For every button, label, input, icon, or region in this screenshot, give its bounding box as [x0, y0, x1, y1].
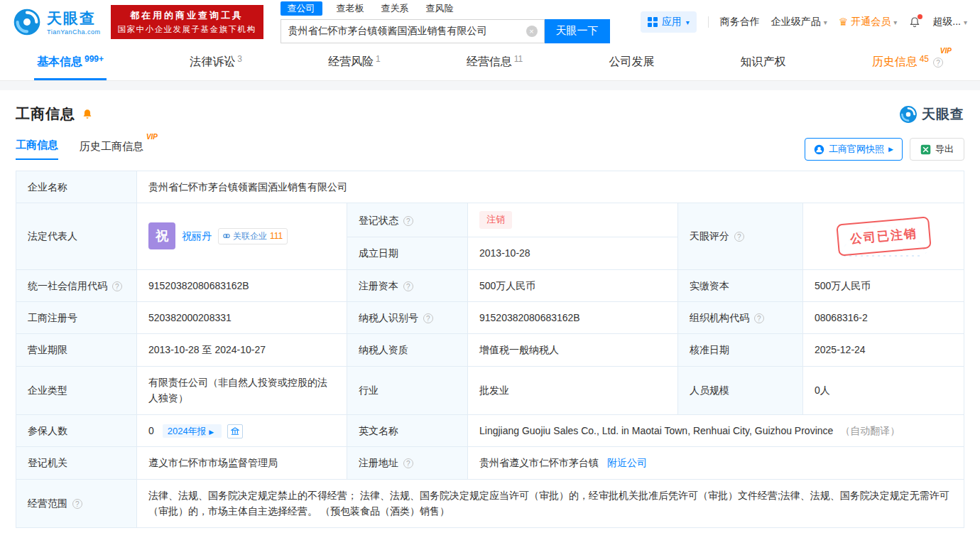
subtab-business-info[interactable]: 工商信息: [16, 139, 58, 160]
help-icon[interactable]: ?: [72, 499, 82, 509]
help-icon[interactable]: ?: [403, 458, 413, 468]
tianyancha-logo[interactable]: 天眼查 TianYanCha.com: [13, 8, 101, 36]
score-label: 天眼评分: [690, 230, 729, 242]
subscribe-bell-icon[interactable]: [81, 108, 94, 121]
help-icon[interactable]: ?: [754, 313, 764, 323]
tab-history-info[interactable]: VIP 历史信息 45 ?: [869, 44, 946, 80]
reg-capital-label: 注册资本: [359, 280, 398, 291]
company-type-value: 有限责任公司（非自然人投资或控股的法人独资）: [148, 377, 327, 404]
link-icon: [223, 232, 230, 239]
legal-rep-name-link[interactable]: 祝丽丹: [182, 228, 212, 244]
nav-enterprise-products-label: 企业级产品: [771, 16, 821, 28]
section-header: 工商信息 天眼查: [16, 104, 964, 124]
help-icon[interactable]: ?: [734, 232, 744, 242]
help-icon[interactable]: ?: [403, 216, 413, 226]
taxpayer-quality-value: 增值税一般纳税人: [479, 344, 559, 355]
clear-icon[interactable]: ×: [526, 26, 538, 37]
reg-number-value: 520382000208331: [148, 312, 232, 323]
notification-bell[interactable]: [908, 16, 921, 28]
taxpayer-id-value-cell: 91520382080683162B: [468, 301, 678, 333]
avatar[interactable]: 祝: [148, 222, 175, 249]
nav-business-coop[interactable]: 商务合作: [720, 16, 760, 28]
tab-legal-litigation-label: 法律诉讼: [190, 55, 235, 70]
established-label: 成立日期: [359, 247, 398, 259]
tab-operation-risk-label: 经营风险: [328, 55, 374, 70]
tab-history-info-count: 45: [920, 54, 929, 64]
search-tab-company[interactable]: 查公司: [281, 1, 322, 16]
arrow-right-icon: ▶: [209, 429, 214, 436]
arrow-right-icon: ▶: [888, 146, 893, 153]
tab-intellectual-property[interactable]: 知识产权: [738, 44, 789, 80]
company-page-tabs: 基本信息 999+ 法律诉讼 3 经营风险 1 经营信息 11 公司发展 知识产…: [0, 44, 980, 81]
business-term-label: 营业期限: [28, 344, 67, 355]
chevron-down-icon: ▾: [824, 18, 827, 26]
org-code-label: 组织机构代码: [690, 312, 749, 323]
help-icon[interactable]: ?: [112, 281, 122, 291]
tab-operation-info-label: 经营信息: [467, 55, 512, 70]
apps-button[interactable]: 应用 ▾: [641, 11, 697, 33]
tab-operation-info[interactable]: 经营信息 11: [464, 44, 526, 80]
nav-business-coop-label: 商务合作: [720, 16, 760, 28]
search-tab-risk[interactable]: 查风险: [423, 1, 457, 16]
staff-size-value: 0人: [815, 384, 830, 396]
export-button[interactable]: 导出: [910, 138, 964, 161]
tab-legal-litigation[interactable]: 法律诉讼 3: [187, 44, 245, 80]
taxpayer-id-label-cell: 纳税人识别号 ?: [347, 301, 468, 333]
table-row: 经营范围 ? 法律、法规、国务院决定规定禁止的不得经营； 法律、法规、国务院决定…: [16, 479, 964, 527]
nav-super-vip[interactable]: 超级... ▾: [932, 16, 967, 28]
nav-open-membership[interactable]: ♛ 开通会员 ▾: [839, 16, 897, 28]
tab-basic-info-label: 基本信息: [37, 55, 82, 70]
reg-authority-value: 遵义市仁怀市市场监督管理局: [148, 457, 278, 468]
related-companies-badge[interactable]: 关联企业 111: [218, 228, 288, 244]
reg-number-label-cell: 工商注册号: [16, 301, 137, 333]
business-scope-label-cell: 经营范围 ?: [16, 479, 137, 527]
org-code-value-cell: 08068316-2: [803, 301, 964, 333]
table-row: 参保人数 0 2024年报 ▶ 英文名称: [16, 414, 964, 447]
help-icon[interactable]: ?: [423, 313, 433, 323]
social-insurance-icon[interactable]: [227, 424, 243, 438]
english-name-value-cell: Lingjiang Guojiu Sales Co., Ltd. in Maot…: [468, 414, 964, 447]
cancelled-stamp: 公司已注销: [836, 216, 931, 256]
subtab-history-business-info-label: 历史工商信息: [80, 140, 143, 152]
official-snapshot-button[interactable]: 工商官网快照 ▶: [805, 138, 903, 161]
paid-capital-label-cell: 实缴资本: [678, 269, 803, 301]
legal-rep-value-cell: 祝 祝丽丹 关联企业 111: [137, 203, 347, 269]
subtab-history-business-info[interactable]: VIP 历史工商信息: [80, 140, 143, 160]
top-header: 天眼查 TianYanCha.com 都在用的商业查询工具 国家中小企业发展子基…: [0, 0, 980, 44]
tab-operation-risk[interactable]: 经营风险 1: [325, 44, 383, 80]
search-tab-boss[interactable]: 查老板: [334, 1, 367, 16]
tab-operation-risk-count: 1: [376, 54, 381, 64]
table-row: 企业名称 贵州省仁怀市茅台镇领酱国酒业销售有限公司: [16, 171, 964, 203]
search-button[interactable]: 天眼一下: [545, 19, 610, 43]
nav-open-membership-label: 开通会员: [851, 16, 891, 28]
related-companies-label: 关联企业: [233, 230, 267, 243]
chevron-down-icon: ▾: [964, 18, 967, 26]
tab-basic-info[interactable]: 基本信息 999+: [34, 44, 107, 80]
tab-operation-info-count: 11: [514, 54, 523, 64]
org-code-label-cell: 组织机构代码 ?: [678, 301, 803, 333]
search-tab-relation[interactable]: 查关系: [379, 1, 412, 16]
english-name-label: 英文名称: [359, 425, 398, 436]
subtabs: 工商信息 VIP 历史工商信息: [16, 139, 143, 160]
reg-address-value: 贵州省遵义市仁怀市茅台镇: [479, 457, 599, 468]
annual-report-label: 2024年报: [168, 426, 207, 436]
paid-capital-value: 500万人民币: [815, 280, 871, 291]
tab-history-info-label: 历史信息: [872, 55, 918, 70]
staff-size-label-cell: 人员规模: [678, 366, 803, 414]
reg-status-label-cell: 登记状态 ?: [347, 203, 468, 237]
nav-enterprise-products[interactable]: 企业级产品 ▾: [771, 16, 827, 28]
tab-company-development[interactable]: 公司发展: [606, 44, 657, 80]
annual-report-link[interactable]: 2024年报 ▶: [163, 424, 222, 438]
company-name-label: 企业名称: [28, 181, 67, 193]
insured-value: 0: [148, 425, 154, 436]
tab-legal-litigation-count: 3: [237, 54, 242, 64]
credit-code-value: 91520382080683162B: [148, 280, 249, 291]
search-input[interactable]: [281, 26, 526, 37]
help-icon[interactable]: ?: [933, 58, 943, 68]
help-icon[interactable]: ?: [403, 281, 413, 291]
table-row: 企业类型 有限责任公司（非自然人投资或控股的法人独资） 行业 批发业 人员规模 …: [16, 366, 964, 414]
reg-status-label: 登记状态: [359, 215, 398, 226]
search-tabs: 查公司 查老板 查关系 查风险: [281, 1, 610, 16]
taxpayer-id-value: 91520382080683162B: [479, 312, 580, 323]
nearby-companies-link[interactable]: 附近公司: [607, 457, 647, 468]
